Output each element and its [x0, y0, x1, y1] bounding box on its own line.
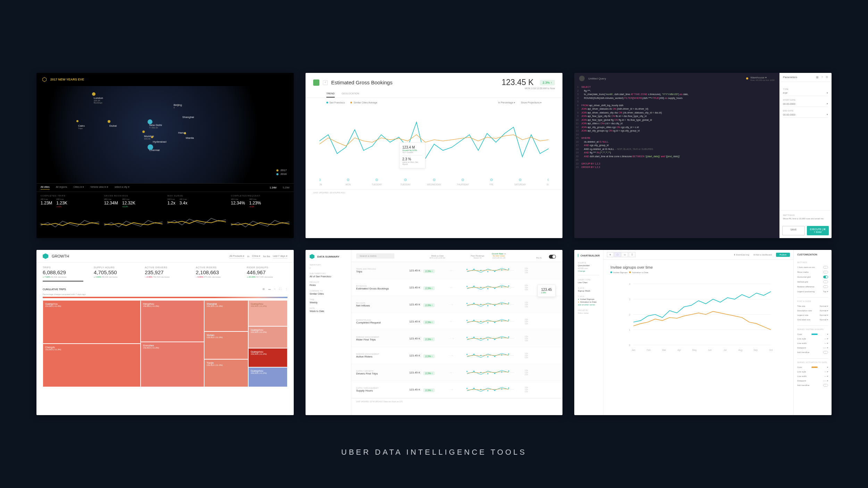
- setting-row[interactable]: Horizontal grid: [797, 275, 828, 279]
- metric-row[interactable]: BOOKINGSEstimated Gross Bookings 123.45 …: [351, 279, 563, 296]
- setting-row[interactable]: Datapoint○— ▾: [797, 345, 828, 350]
- metric-tab[interactable]: SUPPLY HOURS4,705,550+ 4.00% 88,034 decr…: [94, 266, 134, 281]
- setting-row[interactable]: Add trendline: [797, 383, 828, 388]
- pct-toggle[interactable]: [549, 255, 556, 259]
- param-type[interactable]: P2P: [783, 92, 787, 94]
- opt-percentage[interactable]: In Percentage ▾: [498, 101, 516, 104]
- tab-trend[interactable]: TREND: [326, 92, 335, 98]
- chart-type-select[interactable]: Line Chart: [578, 281, 600, 284]
- opt-projections[interactable]: Show Projections ▾: [521, 101, 542, 104]
- setting-row[interactable]: Vertical grid: [797, 279, 828, 284]
- metric-row[interactable]: MARKETPLACECompleted Request 123.45 K 2.…: [351, 313, 563, 330]
- metric-tab[interactable]: ACTIVE RIDERS2,108,663– 9.00% 979,961 de…: [196, 266, 236, 281]
- yaxis-series-1[interactable]: ●Invited Signups: [578, 298, 600, 300]
- setting-row[interactable]: Relative difference: [797, 284, 828, 289]
- filter-value[interactable]: -: [310, 267, 347, 269]
- filter-value[interactable]: All of San Francisco: [310, 275, 347, 278]
- user-avatar-icon[interactable]: [579, 76, 585, 81]
- view-bar-icon[interactable]: ▬: [268, 288, 271, 291]
- svg-text:Jun: Jun: [708, 349, 712, 351]
- param-start-date[interactable]: 00-00-0000: [783, 103, 795, 105]
- setting-row[interactable]: Color ▾: [797, 365, 828, 369]
- filter-value[interactable]: Weekly: [310, 301, 347, 304]
- warehouse-select[interactable]: Warehouse ▾: [750, 76, 775, 79]
- treemap-cell: Hangzhou152,813 (-11.2%): [141, 300, 204, 342]
- line-chart[interactable]: MONMONTUESDAYTUESDAYWEDNESDAYTHURSDAYFRI…: [306, 108, 563, 189]
- setting-row[interactable]: Datapoint○— ▾: [797, 378, 828, 383]
- metric-tab[interactable]: ACTIVE DRIVERS235,927– 2.49% 792,519 dec…: [145, 266, 185, 281]
- svg-point-46: [480, 321, 481, 322]
- value-2[interactable]: 5.25M: [283, 186, 289, 189]
- filter-value[interactable]: Similar Cities: [310, 293, 347, 295]
- tab-vehicle-view[interactable]: Vehicle view in ▾: [90, 186, 108, 190]
- svg-point-55: [487, 339, 488, 340]
- view-expand-icon[interactable]: ⛶: [279, 288, 282, 291]
- publish-button[interactable]: Publish: [776, 253, 790, 257]
- execute-button[interactable]: EXECUTE | ⌘ + Enter: [807, 226, 829, 235]
- svg-point-80: [494, 390, 495, 391]
- sql-editor[interactable]: 1SELECT2 ftg.***,3 to_char(date_trunc('m…: [574, 84, 779, 171]
- svg-marker-0: [42, 77, 46, 82]
- setting-row[interactable]: Line width— ▾: [797, 374, 828, 378]
- setting-row[interactable]: Add trendline: [797, 350, 828, 355]
- tab-all-regions[interactable]: All regions: [56, 186, 67, 190]
- setting-row[interactable]: Title sizeNormal ▾: [797, 304, 828, 308]
- metric-row[interactable]: SUPPLY GROWTHDrivers First Trips 123.45 …: [351, 364, 563, 381]
- setting-row[interactable]: Grid label sizeNormal ▾: [797, 317, 828, 322]
- grid-icon[interactable]: ▦: [816, 76, 819, 79]
- settings-icon[interactable]: ⚙: [826, 76, 828, 79]
- yaxis-series-2[interactable]: ●Activation to Date: [578, 301, 600, 303]
- setting-row[interactable]: Color ▾: [797, 332, 828, 336]
- setting-row[interactable]: Line style— ▾: [797, 369, 828, 374]
- setting-row[interactable]: Legend positioningTop ▾: [797, 289, 828, 294]
- treemap[interactable]: Guangzhou152,813 (-11.2%) Chengdu152,813…: [43, 300, 287, 387]
- metric-row[interactable]: DEMAND ENGAGEMENTActive Riders 123.45 K …: [351, 347, 563, 364]
- tab-select-city[interactable]: select a city ▾: [115, 186, 130, 190]
- search-input[interactable]: Search a metric: [356, 253, 394, 259]
- setting-row[interactable]: Line width— ▾: [797, 341, 828, 345]
- tab-geolocation[interactable]: GEOLOCATION: [342, 92, 359, 98]
- filter-region[interactable]: China ▾: [252, 254, 260, 259]
- filter-products[interactable]: All Products ▾: [229, 254, 244, 259]
- view-grid-icon[interactable]: ▦: [262, 288, 265, 291]
- view-table-icon[interactable]: ☐: [614, 252, 621, 257]
- svg-point-6: [461, 179, 464, 181]
- groupby-select[interactable]: NULL value: [578, 312, 600, 314]
- tab-cities-in[interactable]: Cities in ▾: [73, 186, 84, 190]
- setting-row[interactable]: Legend sizeNormal ▾: [797, 313, 828, 317]
- setting-row[interactable]: Line style— ▾: [797, 336, 828, 341]
- save-button[interactable]: SAVE: [782, 226, 805, 235]
- view-move-icon[interactable]: ✥: [607, 252, 614, 257]
- add-series-link[interactable]: add another series: [578, 304, 600, 306]
- help-icon[interactable]: ?: [821, 76, 823, 79]
- filter-time[interactable]: Last 7 days ▾: [273, 254, 287, 259]
- metric-row[interactable]: DEMAND ENGAGEMENTRider First Trips 123.4…: [351, 330, 563, 347]
- xaxis-select[interactable]: Signup Week: [578, 290, 600, 292]
- tab-all-cities[interactable]: All cities: [41, 186, 50, 190]
- view-split-icon[interactable]: ⊟: [621, 252, 628, 257]
- change-source-link[interactable]: Change: [578, 270, 600, 272]
- metric-row[interactable]: TRIPS AND PRICINGTrips 123.45 K 2.3% ↑ ·…: [351, 262, 563, 279]
- query-title[interactable]: Untitled Query: [588, 77, 606, 80]
- setting-row[interactable]: Description sizeNormal ▾: [797, 308, 828, 313]
- line-chart[interactable]: JanFebMarAprMayJunJulAugSepOct 01234: [610, 276, 786, 353]
- metric-tab[interactable]: TRIPS6,088,629+ 7.68% 96,416 decrease: [43, 266, 83, 281]
- metric-row[interactable]: PAYOUTSNet Inflows 123.45 K 2.3% ↑ · · ○…: [351, 296, 563, 313]
- globe-visualization[interactable]: London225.2KBookings Beijing0 CairoTrips…: [36, 86, 294, 183]
- view-line-icon[interactable]: ≈: [274, 288, 276, 291]
- filter-value[interactable]: Rides: [310, 284, 347, 286]
- param-end-date[interactable]: 00-00-0000: [783, 113, 795, 116]
- chart-footer: LAST UPDATED: 23 HOURS AGO: [306, 189, 563, 196]
- add-dashboard-button[interactable]: ⊞ Add to dashboard: [753, 253, 772, 256]
- filter-value[interactable]: Week to Date: [310, 310, 347, 312]
- download-img-button[interactable]: ⬇ Download img: [734, 253, 749, 256]
- setting-row[interactable]: Y Axis starts at min: [797, 265, 828, 270]
- view-more-icon[interactable]: ⋮: [285, 288, 287, 291]
- treemap-cell: Guangzhou152,813 (-11.2%): [43, 300, 141, 344]
- view-column-icon[interactable]: ☲: [629, 252, 635, 257]
- setting-row[interactable]: Show marks: [797, 270, 828, 275]
- value-1[interactable]: 1.34M: [270, 186, 276, 189]
- metric-row[interactable]: SUPPLY ENGAGEMENTSupply Hours 123.45 K 2…: [351, 381, 563, 398]
- metric-tab[interactable]: RIDER SIGNUPS446,967+ 25.00% 557,945 dec…: [247, 266, 287, 281]
- back-button[interactable]: ‹: [323, 80, 328, 85]
